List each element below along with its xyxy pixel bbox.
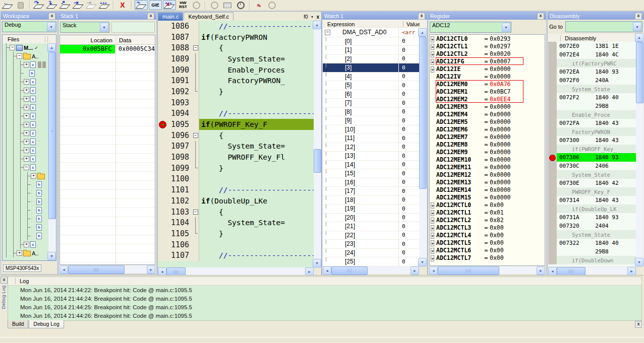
chevron-down-icon[interactable]: ▼ xyxy=(100,23,108,32)
stack-selector-combo[interactable]: Stack ▼ xyxy=(60,22,109,33)
scroll-right-icon[interactable]: ► xyxy=(627,267,636,276)
watch-row[interactable]: [20]0 xyxy=(323,214,419,223)
line-number[interactable]: 1094 xyxy=(158,108,192,119)
line-number[interactable]: 1089 xyxy=(158,53,192,64)
line-number[interactable]: 1105 xyxy=(158,228,192,239)
watch-row[interactable]: [6]0 xyxy=(323,90,419,99)
expand-icon[interactable]: + xyxy=(431,202,434,209)
tree-item[interactable]: +c xyxy=(3,95,48,103)
disassembly-gutter[interactable] xyxy=(548,239,557,247)
expand-icon[interactable]: + xyxy=(431,240,434,246)
code-text[interactable] xyxy=(199,97,314,108)
register-row[interactable]: +ADC12MCTL5=0x00 xyxy=(430,239,545,246)
workspace-close-icon[interactable]: x xyxy=(48,13,55,20)
tree-item[interactable]: h xyxy=(3,69,48,78)
tree-item[interactable]: +c xyxy=(3,86,48,95)
disassembly-source-row[interactable]: if(FactoryPWRC xyxy=(548,59,636,67)
code-text[interactable]: PWROFF_Key_Fl xyxy=(199,152,314,163)
disassembly-gutter[interactable] xyxy=(548,76,557,85)
register-hscrollbar[interactable]: ◄ |||| ► xyxy=(429,266,545,274)
watch-row[interactable]: [24]0 xyxy=(323,249,419,258)
fold-gutter[interactable] xyxy=(192,42,199,53)
disassembly-gutter[interactable] xyxy=(548,102,557,110)
disassembly-source-row[interactable]: System_State xyxy=(548,230,636,239)
scroll-down-icon[interactable]: ▼ xyxy=(418,258,427,266)
register-row[interactable]: ADC12MEM2=0x0EE4 xyxy=(430,95,545,103)
editor-hscrollbar[interactable]: ◄ |||| ► xyxy=(158,267,314,275)
register-row[interactable]: +ADC12MCTL1=0x01 xyxy=(430,209,545,216)
stack-row-empty[interactable] xyxy=(60,63,155,72)
log-tabbar-close-icon[interactable]: x xyxy=(635,321,642,328)
stack-row-empty[interactable] xyxy=(60,262,155,265)
expand-icon[interactable]: + xyxy=(31,173,36,179)
register-row[interactable]: +ADC12IFG=0x0007 xyxy=(430,57,545,65)
disassembly-instruction-row[interactable]: 0072E4 1840 4C xyxy=(548,50,636,59)
breakpoint-current-pc-icon[interactable]: → xyxy=(159,121,166,128)
disassembly-vscroll-thumb[interactable] xyxy=(636,42,643,103)
disassembly-source-row[interactable]: if(DoubleUp_LK xyxy=(548,204,636,213)
expand-icon[interactable]: + xyxy=(431,233,434,239)
watch-hscrollbar[interactable]: ◄ |||| ► xyxy=(323,266,419,274)
watch-row[interactable]: [15]0 xyxy=(323,169,419,178)
disassembly-column-label[interactable]: Disassembly xyxy=(560,35,596,41)
disassembly-instruction-row[interactable]: 00731A 1840 93 xyxy=(548,213,636,222)
disassembly-gutter[interactable] xyxy=(548,230,557,239)
watch-row[interactable]: [17]0 xyxy=(323,187,419,196)
stack-row-empty[interactable] xyxy=(60,117,155,126)
scroll-down-icon[interactable]: ▼ xyxy=(313,259,321,267)
line-number[interactable]: 1087 xyxy=(158,32,192,43)
go-button[interactable]: +++ xyxy=(98,1,110,10)
register-row[interactable]: +ADC12IE=0x0000 xyxy=(430,65,545,73)
register-hscroll-thumb[interactable]: |||| xyxy=(438,266,499,275)
code-text[interactable]: System_State= xyxy=(199,141,314,152)
expand-icon[interactable]: + xyxy=(431,59,434,65)
editor-tab-keyboard-self-c[interactable]: Keyboard_Self.c xyxy=(184,12,233,21)
watch-row[interactable]: [19]0 xyxy=(323,204,419,214)
expand-icon[interactable]: + xyxy=(431,218,434,224)
watch-row[interactable]: [11]0 xyxy=(323,134,419,143)
line-number[interactable]: 1101 xyxy=(158,184,192,195)
watch-row-parent[interactable]: −DMA_DST_AD0<arr xyxy=(323,28,419,37)
tree-item[interactable]: +c xyxy=(3,240,48,249)
line-number[interactable]: 1090 xyxy=(158,64,192,76)
line-number[interactable]: 1095→ xyxy=(158,119,192,130)
expand-icon[interactable]: + xyxy=(24,113,29,119)
line-number[interactable]: 1102 xyxy=(158,195,192,207)
workspace-vscroll-thumb[interactable]: ≡ xyxy=(48,52,56,219)
stack-row-empty[interactable] xyxy=(60,135,155,145)
tree-item[interactable]: h xyxy=(3,215,48,223)
log-close-icon[interactable]: x xyxy=(1,277,8,284)
code-text[interactable]: { xyxy=(199,207,314,218)
tree-item[interactable]: h xyxy=(3,223,48,232)
watch-row[interactable]: [21]0 xyxy=(323,222,419,231)
tree-item[interactable]: +c xyxy=(3,129,48,138)
line-number[interactable]: 1096 xyxy=(158,130,192,141)
tree-item[interactable]: +c xyxy=(3,103,48,112)
code-text[interactable]: if(FactoryPWRON xyxy=(199,32,314,43)
disassembly-gutter[interactable] xyxy=(548,196,557,204)
watch-row[interactable]: [14]0 xyxy=(323,161,419,170)
stack-row-empty[interactable] xyxy=(60,72,155,81)
disassembly-gutter[interactable] xyxy=(548,222,557,230)
watch-row[interactable]: [1]0 xyxy=(323,46,419,55)
code-text[interactable] xyxy=(199,239,314,250)
expand-icon[interactable]: + xyxy=(431,66,434,73)
disassembly-instruction-row[interactable]: 007322 1840 40 xyxy=(548,239,636,247)
scroll-up-icon[interactable]: ▲ xyxy=(313,21,321,29)
stack-row-empty[interactable] xyxy=(60,235,155,244)
tree-item[interactable]: +c xyxy=(3,78,48,86)
watch-row[interactable]: [25]0 xyxy=(323,257,419,266)
line-number[interactable]: 1088 xyxy=(158,42,192,53)
code-text[interactable]: FactoryPWRON_ xyxy=(199,75,314,86)
expand-icon[interactable]: + xyxy=(24,88,29,93)
code-text[interactable]: { xyxy=(199,42,314,53)
tree-item[interactable]: +c xyxy=(3,60,48,69)
expand-icon[interactable]: + xyxy=(24,148,29,153)
register-row[interactable]: ADC12MEM4=0x0000 xyxy=(430,110,545,118)
register-row[interactable]: ADC12MEM0=0x0A76 xyxy=(430,80,545,88)
stop-debugging-button[interactable]: X xyxy=(116,1,129,10)
gie-button[interactable]: GIE xyxy=(149,0,162,10)
register-row[interactable]: ADC12MEM3=0x0000 xyxy=(430,103,545,110)
register-row[interactable]: ADC12MEM10=0x0000 xyxy=(430,156,545,163)
next-statement-button[interactable]: ⇥ xyxy=(72,1,84,10)
